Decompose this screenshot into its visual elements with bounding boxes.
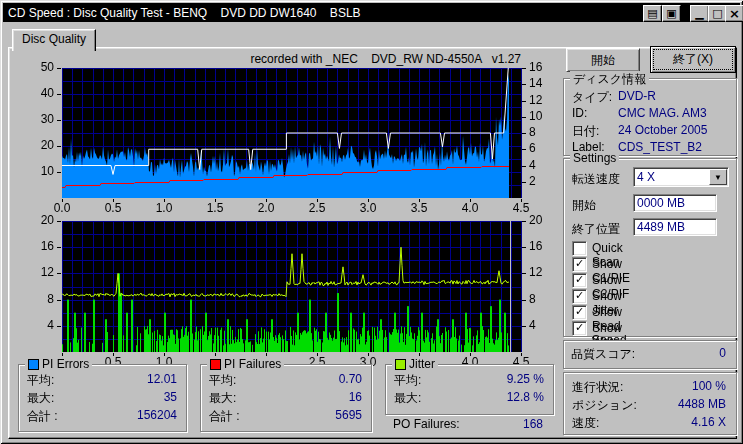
show-c2-pif-checkbox[interactable]: ✓ bbox=[572, 273, 587, 288]
disc-date-row: 日付:24 October 2005 bbox=[572, 123, 727, 138]
pi-errors-title: PI Errors bbox=[42, 357, 89, 371]
progress-panel: 進行状況:100 % ポジション:4488 MB 速度:4.16 X bbox=[563, 372, 737, 435]
pi-failures-jitter-chart bbox=[24, 214, 564, 368]
start-position-label: 開始 bbox=[572, 197, 596, 214]
show-c1-pie-checkbox[interactable]: ✓ bbox=[572, 257, 587, 272]
pi-errors-chart bbox=[24, 56, 564, 216]
disc-id-row: ID:CMC MAG. AM3 bbox=[572, 106, 727, 121]
speed-select[interactable]: 4 X ▼ bbox=[633, 167, 729, 187]
settings-groupbox: Settings 転送速度 4 X ▼ 開始 0000 MB 終了位置 4489… bbox=[563, 158, 737, 337]
minimize-icon[interactable]: ▁ bbox=[690, 5, 709, 22]
show-read-speed-checkbox[interactable]: ✓ bbox=[572, 305, 587, 320]
pi-errors-max-row: 最大:35 bbox=[27, 390, 177, 405]
jitter-title: Jitter bbox=[409, 357, 435, 371]
po-failures-value: 168 bbox=[523, 417, 543, 431]
speed-row: 速度:4.16 X bbox=[572, 415, 726, 430]
show-jitter-checkbox[interactable]: ✓ bbox=[572, 289, 587, 304]
disc-info-groupbox: ディスク情報 タイプ:DVD-R ID:CMC MAG. AM3 日付:24 O… bbox=[563, 78, 737, 156]
jitter-avg-row: 平均:9.25 % bbox=[394, 372, 544, 387]
quick-scan-checkbox[interactable] bbox=[572, 241, 587, 256]
app-window: CD Speed : Disc Quality Test - BENQ DVD … bbox=[0, 0, 743, 444]
exit-button[interactable]: 終了(X) bbox=[650, 46, 736, 73]
window-title: CD Speed : Disc Quality Test - BENQ DVD … bbox=[3, 6, 361, 20]
end-position-label: 終了位置 bbox=[572, 221, 620, 238]
progress-row: 進行状況:100 % bbox=[572, 379, 726, 394]
po-failures-row: PO Failures: 168 bbox=[393, 417, 543, 431]
pi-errors-groupbox: PI Errors 平均:12.01 最大:35 合計 :156204 bbox=[18, 364, 187, 432]
pi-errors-avg-row: 平均:12.01 bbox=[27, 372, 177, 387]
pi-errors-total-row: 合計 :156204 bbox=[27, 408, 177, 423]
end-position-input[interactable]: 4489 MB bbox=[633, 218, 717, 236]
disc-info-title: ディスク情報 bbox=[570, 71, 649, 88]
pi-failures-groupbox: PI Failures 平均:0.70 最大:16 合計 :5695 bbox=[200, 364, 372, 432]
settings-title: Settings bbox=[570, 151, 619, 165]
pi-failures-avg-row: 平均:0.70 bbox=[209, 372, 362, 387]
chevron-down-icon[interactable]: ▼ bbox=[709, 169, 727, 185]
show-write-speed-checkbox[interactable]: ✓ bbox=[572, 321, 587, 336]
speed-label: 転送速度 bbox=[572, 171, 620, 188]
pi-errors-legend-swatch bbox=[28, 359, 39, 370]
quality-score-value: 0 bbox=[719, 346, 726, 360]
jitter-max-row: 最大:12.8 % bbox=[394, 390, 544, 405]
title-bar: CD Speed : Disc Quality Test - BENQ DVD … bbox=[3, 3, 740, 22]
pi-failures-legend-swatch bbox=[210, 359, 221, 370]
save-icon[interactable]: ▣ bbox=[662, 5, 681, 22]
jitter-groupbox: Jitter 平均:9.25 % 最大:12.8 % bbox=[385, 364, 554, 415]
disc-type-row: タイプ:DVD-R bbox=[572, 89, 727, 104]
start-button[interactable]: 開始 bbox=[566, 48, 640, 72]
close-icon[interactable]: × bbox=[725, 5, 743, 22]
quality-score-panel: 品質スコア: 0 bbox=[563, 340, 737, 369]
report-icon[interactable]: ▤ bbox=[643, 5, 662, 22]
tab-disc-quality[interactable]: Disc Quality bbox=[12, 29, 96, 51]
pi-failures-total-row: 合計 :5695 bbox=[209, 408, 362, 423]
pi-failures-max-row: 最大:16 bbox=[209, 390, 362, 405]
position-row: ポジション:4488 MB bbox=[572, 397, 726, 412]
jitter-legend-swatch bbox=[395, 359, 406, 370]
start-position-input[interactable]: 0000 MB bbox=[633, 194, 717, 212]
quality-score-label: 品質スコア: bbox=[571, 346, 635, 363]
pi-failures-title: PI Failures bbox=[224, 357, 281, 371]
